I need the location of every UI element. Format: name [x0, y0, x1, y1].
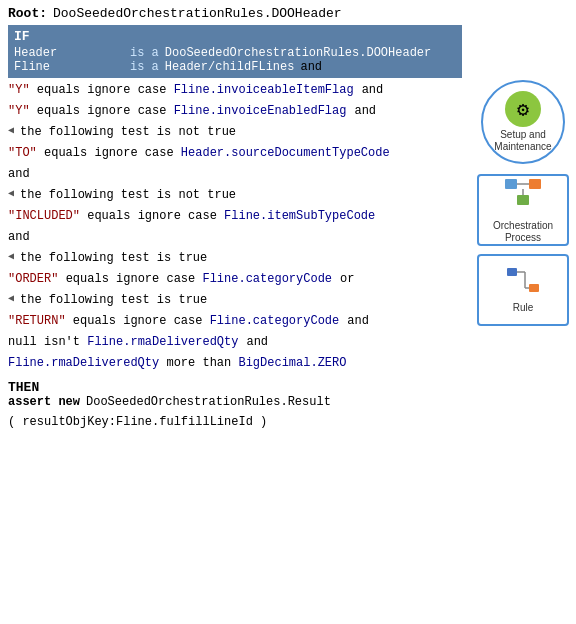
root-label: Root:: [8, 6, 47, 21]
right-panel: ⚙ Setup andMaintenance OrchestrationProc…: [470, 80, 576, 326]
orchestration-icon: [503, 177, 543, 218]
root-line: Root: DooSeededOrchestrationRules.DOOHea…: [8, 6, 462, 21]
and-1-label: and: [8, 165, 30, 183]
rule-card[interactable]: Rule: [477, 254, 569, 326]
svg-rect-0: [505, 179, 517, 189]
setup-maintenance-label: Setup andMaintenance: [494, 129, 551, 153]
if-row-fline: Fline is a Header/childFLines and: [14, 60, 456, 74]
orchestration-process-card[interactable]: OrchestrationProcess: [477, 174, 569, 246]
assert-line: assert new DooSeededOrchestrationRules.R…: [8, 395, 462, 429]
then-block: THEN assert new DooSeededOrchestrationRu…: [8, 380, 462, 429]
rule-icon: [505, 266, 541, 300]
assert-class: DooSeededOrchestrationRules.Result: [86, 395, 331, 409]
and-2: and: [8, 228, 462, 246]
svg-rect-5: [507, 268, 517, 276]
triangle-3: ◀: [8, 249, 14, 264]
cond-6-text: "RETURN" equals ignore case Fline.catego…: [8, 312, 339, 330]
rule-label: Rule: [513, 302, 534, 314]
triangle-1: ◀: [8, 123, 14, 138]
cond-2: "Y" equals ignore case Fline.invoiceEnab…: [8, 102, 462, 120]
cond-1-and: and: [362, 81, 384, 99]
cond-2-text: "Y" equals ignore case Fline.invoiceEnab…: [8, 102, 346, 120]
setup-maintenance-card[interactable]: ⚙ Setup andMaintenance: [481, 80, 565, 164]
cond-6: "RETURN" equals ignore case Fline.catego…: [8, 312, 462, 330]
triangle-2: ◀: [8, 186, 14, 201]
cond-1-text: "Y" equals ignore case Fline.invoiceable…: [8, 81, 354, 99]
cond-3-text: "TO" equals ignore case Header.sourceDoc…: [8, 144, 390, 162]
cond-8-text: Fline.rmaDeliveredQty more than BigDecim…: [8, 354, 346, 372]
cond-5: "ORDER" equals ignore case Fline.categor…: [8, 270, 462, 288]
svg-rect-2: [517, 195, 529, 205]
and-1: and: [8, 165, 462, 183]
cond-4: "INCLUDED" equals ignore case Fline.item…: [8, 207, 462, 225]
if-and-fline: and: [300, 60, 322, 74]
gear-icon: ⚙: [505, 91, 541, 127]
cond-5-text: "ORDER" equals ignore case Fline.categor…: [8, 270, 332, 288]
if-isa-2: is a: [130, 60, 159, 74]
cond-2-and: and: [354, 102, 376, 120]
if-isa-1: is a: [130, 46, 159, 60]
assert-param: ( resultObjKey:Fline.fulfillLineId ): [8, 415, 267, 429]
orchestration-process-label: OrchestrationProcess: [493, 220, 553, 244]
cond-7-text: null isn't Fline.rmaDeliveredQty: [8, 333, 238, 351]
test-true-2-label: the following test is true: [20, 291, 207, 309]
if-var-header: Header: [14, 46, 124, 60]
test-not-true-2: ◀ the following test is not true: [8, 186, 462, 204]
test-true-1: ◀ the following test is true: [8, 249, 462, 267]
cond-4-text: "INCLUDED" equals ignore case Fline.item…: [8, 207, 375, 225]
if-var-fline: Fline: [14, 60, 124, 74]
test-not-true-1-label: the following test is not true: [20, 123, 236, 141]
cond-8: Fline.rmaDeliveredQty more than BigDecim…: [8, 354, 462, 372]
root-value: DooSeededOrchestrationRules.DOOHeader: [53, 6, 342, 21]
conditions-block: "Y" equals ignore case Fline.invoiceable…: [8, 81, 462, 372]
and-2-label: and: [8, 228, 30, 246]
cond-3: "TO" equals ignore case Header.sourceDoc…: [8, 144, 462, 162]
cond-7: null isn't Fline.rmaDeliveredQty and: [8, 333, 462, 351]
svg-rect-1: [529, 179, 541, 189]
if-block: IF Header is a DooSeededOrchestrationRul…: [8, 25, 462, 78]
assert-keyword: assert new: [8, 395, 80, 409]
cond-7-and: and: [246, 333, 268, 351]
if-label: IF: [14, 29, 456, 44]
test-not-true-2-label: the following test is not true: [20, 186, 236, 204]
cond-1: "Y" equals ignore case Fline.invoiceable…: [8, 81, 462, 99]
if-row-header: Header is a DooSeededOrchestrationRules.…: [14, 46, 456, 60]
test-true-1-label: the following test is true: [20, 249, 207, 267]
test-true-2: ◀ the following test is true: [8, 291, 462, 309]
triangle-4: ◀: [8, 291, 14, 306]
cond-6-and: and: [347, 312, 369, 330]
then-label: THEN: [8, 380, 462, 395]
svg-rect-6: [529, 284, 539, 292]
if-type-header: DooSeededOrchestrationRules.DOOHeader: [165, 46, 431, 60]
if-type-fline: Header/childFLines: [165, 60, 295, 74]
test-not-true-1: ◀ the following test is not true: [8, 123, 462, 141]
cond-5-or: or: [340, 270, 354, 288]
